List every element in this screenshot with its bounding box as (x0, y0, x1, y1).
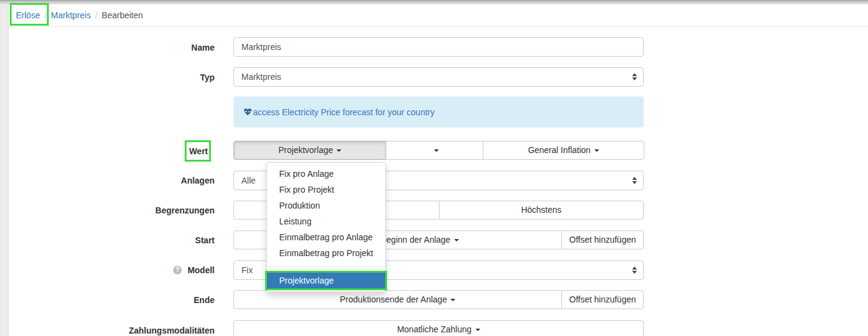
typ-label: Typ (12, 71, 215, 84)
caret-down-icon (594, 149, 599, 152)
modell-select-value: Fix (241, 265, 253, 275)
ende-offset-button[interactable]: Offset hinzufügen (561, 290, 644, 309)
dropdown-item-einmalbetrag-pro-anlage[interactable]: Einmalbetrag pro Anlage (267, 229, 385, 245)
begrenzungen-label: Begrenzungen (12, 204, 215, 216)
begrenzungen-max-label: Höchstens (521, 205, 561, 215)
caret-down-icon (475, 329, 480, 331)
ende-offset-label: Offset hinzufügen (569, 295, 636, 304)
electricity-price-forecast-link[interactable]: access Electricity Price forecast for yo… (243, 107, 435, 117)
start-offset-button[interactable]: Offset hinzufügen (561, 231, 644, 249)
wert-value-dropdown-button[interactable] (386, 141, 483, 160)
zahlungsmodalitaeten-label: Zahlungsmodalitäten (12, 324, 215, 336)
zahlungsmodalitaeten-dropdown-label: Monatliche Zahlung (397, 324, 471, 334)
breadcrumb-separator: / (40, 10, 51, 20)
modell-label: Modell (12, 264, 215, 276)
breadcrumb-link-erloese[interactable]: Erlöse (16, 10, 40, 20)
caret-down-icon (454, 239, 459, 241)
caret-down-icon (336, 149, 341, 152)
info-banner: access Electricity Price forecast for yo… (233, 96, 644, 127)
wert-type-dropdown-label: Projektvorlage (279, 145, 333, 155)
caret-down-icon (434, 149, 439, 152)
wert-type-dropdown-menu: Fix pro Anlage Fix pro Projekt Produktio… (266, 162, 386, 292)
wert-inflation-dropdown-label: General Inflation (528, 145, 591, 155)
name-input[interactable] (233, 37, 644, 57)
dropdown-item-projektvorlage[interactable]: Projektvorlage (267, 273, 385, 288)
begrenzungen-max-button[interactable]: Höchstens (439, 201, 644, 220)
heartbeat-icon (243, 108, 252, 116)
breadcrumb-current: Bearbeiten (102, 10, 143, 20)
anlagen-label: Anlagen (12, 174, 215, 187)
wert-type-dropdown-button[interactable]: Projektvorlage (233, 141, 386, 160)
dropdown-item-fix-pro-projekt[interactable]: Fix pro Projekt (267, 182, 385, 198)
caret-down-icon (450, 299, 455, 301)
start-label: Start (12, 234, 215, 246)
up-down-arrows-icon (632, 266, 637, 274)
dropdown-item-leistung[interactable]: Leistung (267, 213, 385, 229)
wert-inflation-dropdown-button[interactable]: General Inflation (483, 141, 644, 160)
window-edge (0, 0, 868, 4)
dropdown-item-produktion[interactable]: Produktion (267, 198, 385, 213)
dropdown-divider (267, 266, 385, 267)
info-banner-link-text: access Electricity Price forecast for yo… (253, 107, 435, 117)
breadcrumb: Erlöse/Marktpreis/Bearbeiten (9, 4, 868, 27)
wert-label: Wert (12, 145, 208, 157)
breadcrumb-separator: / (91, 10, 102, 20)
typ-select[interactable]: Marktpreis (233, 67, 644, 87)
ende-date-dropdown-button[interactable]: Produktionsende der Anlage (233, 290, 562, 309)
dropdown-item-fix-pro-anlage[interactable]: Fix pro Anlage (267, 166, 385, 182)
name-label: Name (12, 41, 215, 54)
dropdown-item-einmalbetrag-pro-projekt[interactable]: Einmalbetrag pro Projekt (267, 245, 385, 261)
up-down-arrows-icon (632, 73, 637, 80)
breadcrumb-link-marktpreis[interactable]: Marktpreis (51, 10, 91, 20)
zahlungsmodalitaeten-dropdown-button[interactable]: Monatliche Zahlung (233, 320, 644, 336)
ende-label: Ende (12, 294, 215, 306)
up-down-arrows-icon (632, 177, 637, 184)
anlagen-select-value: Alle (241, 176, 255, 185)
ende-date-dropdown-label: Produktionsende der Anlage (340, 295, 447, 304)
page-gutter (0, 4, 9, 336)
typ-select-value: Marktpreis (241, 72, 281, 82)
start-offset-label: Offset hinzufügen (569, 235, 636, 245)
